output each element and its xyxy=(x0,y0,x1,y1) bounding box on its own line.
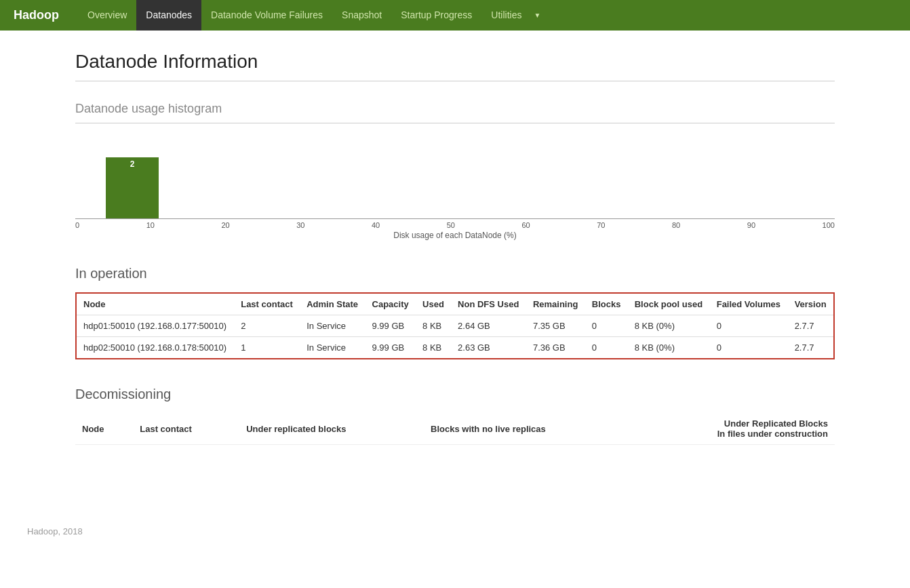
in-operation-section: In operation Node Last contact Admin Sta… xyxy=(75,266,835,359)
row1-non-dfs-used: 2.64 GB xyxy=(451,315,526,337)
row2-capacity: 9.99 GB xyxy=(365,337,416,359)
x-label-90: 90 xyxy=(747,221,755,229)
row2-node[interactable]: hdp02:50010 (192.168.0.178:50010) xyxy=(76,337,234,359)
row2-admin-state: In Service xyxy=(300,337,365,359)
main-content: Datanode Information Datanode usage hist… xyxy=(48,31,862,513)
col-block-pool-used: Block pool used xyxy=(628,293,710,315)
x-axis-title: Disk usage of each DataNode (%) xyxy=(75,231,835,240)
brand-logo[interactable]: Hadoop xyxy=(8,8,64,22)
nav-utilities[interactable]: Utilities xyxy=(481,0,531,31)
row2-last-contact: 1 xyxy=(234,337,300,359)
x-axis xyxy=(75,218,835,219)
footer: Hadoop, 2018 xyxy=(0,513,910,550)
histogram-divider xyxy=(75,123,835,123)
in-operation-table: Node Last contact Admin State Capacity U… xyxy=(75,292,835,359)
decomm-col-no-live-replicas: Blocks with no live replicas xyxy=(424,413,633,445)
nav-startup-progress[interactable]: Startup Progress xyxy=(391,0,481,31)
decomm-col-line2: In files under construction xyxy=(639,429,828,439)
col-node: Node xyxy=(76,293,234,315)
row2-used: 8 KB xyxy=(416,337,451,359)
col-blocks: Blocks xyxy=(585,293,628,315)
page-title: Datanode Information xyxy=(75,51,835,73)
row2-non-dfs-used: 2.63 GB xyxy=(451,337,526,359)
histogram-bar-value: 2 xyxy=(130,159,135,169)
x-label-60: 60 xyxy=(521,221,530,229)
nav-datanode-volume-failures[interactable]: Datanode Volume Failures xyxy=(201,0,332,31)
col-failed-volumes: Failed Volumes xyxy=(710,293,788,315)
row1-node[interactable]: hdp01:50010 (192.168.0.177:50010) xyxy=(76,315,234,337)
row1-admin-state: In Service xyxy=(300,315,365,337)
x-label-50: 50 xyxy=(447,221,455,229)
col-remaining: Remaining xyxy=(526,293,585,315)
col-used: Used xyxy=(416,293,451,315)
decomissioning-thead: Node Last contact Under replicated block… xyxy=(75,413,835,445)
decomm-col-node: Node xyxy=(75,413,133,445)
nav-snapshot[interactable]: Snapshot xyxy=(332,0,391,31)
row1-remaining: 7.35 GB xyxy=(526,315,585,337)
table-header-row: Node Last contact Admin State Capacity U… xyxy=(76,293,834,315)
decomissioning-table: Node Last contact Under replicated block… xyxy=(75,413,835,445)
decomissioning-header-row: Node Last contact Under replicated block… xyxy=(75,413,835,445)
row1-capacity: 9.99 GB xyxy=(365,315,416,337)
navbar: Hadoop Overview Datanodes Datanode Volum… xyxy=(0,0,910,31)
row2-failed-volumes: 0 xyxy=(710,337,788,359)
x-label-10: 10 xyxy=(146,221,155,229)
decomm-col-line1: Under Replicated Blocks xyxy=(639,418,828,429)
x-label-20: 20 xyxy=(221,221,229,229)
histogram-title: Datanode usage histogram xyxy=(75,102,835,116)
nav-overview[interactable]: Overview xyxy=(78,0,136,31)
x-label-70: 70 xyxy=(597,221,605,229)
histogram-bar-wrapper: 2 xyxy=(106,157,159,218)
col-admin-state: Admin State xyxy=(300,293,365,315)
x-label-100: 100 xyxy=(823,221,835,229)
utilities-dropdown-icon: ▼ xyxy=(534,12,540,19)
decomm-col-under-replicated-in-construction: Under Replicated Blocks In files under c… xyxy=(633,413,835,445)
x-label-40: 40 xyxy=(372,221,380,229)
col-version: Version xyxy=(788,293,834,315)
histogram-container: 2 0 10 20 30 40 50 60 70 80 90 100 Disk … xyxy=(75,144,835,239)
title-divider xyxy=(75,81,835,81)
decomissioning-title: Decomissioning xyxy=(75,387,835,402)
table-row: hdp02:50010 (192.168.0.178:50010) 1 In S… xyxy=(76,337,834,359)
row1-block-pool-used: 8 KB (0%) xyxy=(628,315,710,337)
decomm-col-under-replicated: Under replicated blocks xyxy=(239,413,424,445)
x-label-0: 0 xyxy=(75,221,79,229)
row1-failed-volumes: 0 xyxy=(710,315,788,337)
nav-datanodes[interactable]: Datanodes xyxy=(136,0,201,31)
col-non-dfs-used: Non DFS Used xyxy=(451,293,526,315)
row1-used: 8 KB xyxy=(416,315,451,337)
table-row: hdp01:50010 (192.168.0.177:50010) 2 In S… xyxy=(76,315,834,337)
x-axis-labels: 0 10 20 30 40 50 60 70 80 90 100 xyxy=(75,221,835,229)
in-operation-title: In operation xyxy=(75,266,835,281)
col-capacity: Capacity xyxy=(365,293,416,315)
row2-blocks: 0 xyxy=(585,337,628,359)
footer-text: Hadoop, 2018 xyxy=(27,526,83,536)
row1-blocks: 0 xyxy=(585,315,628,337)
x-label-30: 30 xyxy=(296,221,304,229)
row1-last-contact: 2 xyxy=(234,315,300,337)
in-operation-tbody: hdp01:50010 (192.168.0.177:50010) 2 In S… xyxy=(76,315,834,359)
decomissioning-section: Decomissioning Node Last contact Under r… xyxy=(75,387,835,445)
row2-remaining: 7.36 GB xyxy=(526,337,585,359)
histogram-bar: 2 xyxy=(106,157,159,218)
row1-version: 2.7.7 xyxy=(788,315,834,337)
col-last-contact: Last contact xyxy=(234,293,300,315)
histogram-chart: 2 xyxy=(75,144,835,218)
histogram-section: Datanode usage histogram 2 0 10 20 30 40… xyxy=(75,102,835,239)
x-label-80: 80 xyxy=(672,221,680,229)
in-operation-thead: Node Last contact Admin State Capacity U… xyxy=(76,293,834,315)
row2-version: 2.7.7 xyxy=(788,337,834,359)
row2-block-pool-used: 8 KB (0%) xyxy=(628,337,710,359)
decomm-col-last-contact: Last contact xyxy=(133,413,239,445)
